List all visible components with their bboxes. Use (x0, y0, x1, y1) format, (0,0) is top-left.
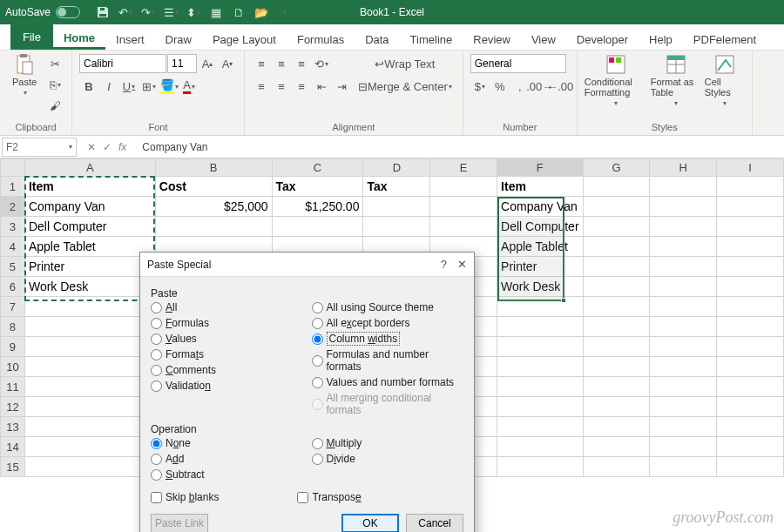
cell-I2[interactable] (717, 197, 784, 217)
cell-C3[interactable] (272, 217, 363, 237)
cell-C2[interactable]: $1,250.00 (272, 197, 363, 217)
cell-E1[interactable] (430, 177, 497, 197)
font-size-select[interactable] (167, 54, 197, 73)
cell-G15[interactable] (583, 457, 650, 477)
cell-F13[interactable] (497, 417, 583, 437)
fill-color-icon[interactable]: 🪣▾ (159, 77, 179, 96)
cell-H13[interactable] (650, 417, 717, 437)
cell-F1[interactable]: Item (497, 177, 583, 197)
cell-G4[interactable] (583, 237, 650, 257)
radio-divide[interactable]: Divide (312, 453, 464, 465)
cell-H6[interactable] (650, 277, 717, 297)
cell-F11[interactable] (497, 377, 583, 397)
cell-G1[interactable] (583, 177, 650, 197)
cell-F3[interactable]: Dell Computer (497, 217, 583, 237)
cell-G9[interactable] (583, 337, 650, 357)
cell-I8[interactable] (717, 317, 784, 337)
cell-H12[interactable] (650, 397, 717, 417)
cell-A4[interactable]: Apple Tablet (24, 237, 155, 257)
cell-B1[interactable]: Cost (155, 177, 272, 197)
cell-G8[interactable] (583, 317, 650, 337)
sort-icon[interactable]: ⬍▾ (183, 2, 204, 23)
formula-input[interactable]: Company Van (137, 141, 784, 153)
column-header-B[interactable]: B (155, 159, 272, 177)
font-name-select[interactable] (79, 54, 166, 73)
row-header-8[interactable]: 8 (1, 317, 25, 337)
row-header-15[interactable]: 15 (1, 457, 25, 477)
cell-A6[interactable]: Work Desk (24, 277, 155, 297)
cell-H3[interactable] (650, 217, 717, 237)
cell-G5[interactable] (583, 257, 650, 277)
radio-values[interactable]: Values (151, 333, 303, 345)
decrease-decimal-icon[interactable]: ←.00 (551, 77, 570, 96)
orientation-icon[interactable]: ⟲▾ (312, 54, 331, 73)
name-box[interactable]: F2▾ (2, 138, 77, 157)
enter-formula-icon[interactable]: ✓ (103, 141, 112, 153)
row-header-11[interactable]: 11 (1, 377, 25, 397)
cell-H14[interactable] (650, 437, 717, 457)
percent-button[interactable]: % (490, 77, 510, 96)
align-center-icon[interactable]: ≡ (272, 77, 291, 96)
help-icon[interactable]: ? (441, 258, 447, 271)
tab-page-layout[interactable]: Page Layout (202, 28, 287, 50)
align-right-icon[interactable]: ≡ (292, 77, 311, 96)
cancel-button[interactable]: Cancel (406, 514, 463, 532)
cell-H5[interactable] (650, 257, 717, 277)
cell-F4[interactable]: Apple Tablet (497, 237, 583, 257)
cell-F15[interactable] (497, 457, 583, 477)
cell-C1[interactable]: Tax (272, 177, 363, 197)
column-header-F[interactable]: F (497, 159, 583, 177)
radio-formats[interactable]: Formats (151, 348, 303, 360)
copy-icon[interactable]: ⎘▾ (45, 75, 64, 94)
cell-G11[interactable] (583, 377, 650, 397)
cell-H7[interactable] (650, 297, 717, 317)
cell-A10[interactable] (24, 357, 155, 377)
select-all-cell[interactable] (1, 159, 25, 177)
conditional-formatting-button[interactable]: Conditional Formatting▾ (585, 54, 647, 107)
cell-I13[interactable] (717, 417, 784, 437)
tab-timeline[interactable]: Timeline (400, 28, 463, 50)
column-header-D[interactable]: D (363, 159, 430, 177)
align-top-icon[interactable]: ≡ (252, 54, 271, 73)
cell-F2[interactable]: Company Van (497, 197, 583, 217)
cell-G3[interactable] (583, 217, 650, 237)
cell-H9[interactable] (650, 337, 717, 357)
autosave-toggle[interactable] (56, 6, 80, 18)
cancel-formula-icon[interactable]: ✕ (87, 141, 96, 153)
row-header-4[interactable]: 4 (1, 237, 25, 257)
open-icon[interactable]: 📂 (251, 2, 272, 23)
radio-all[interactable]: All (151, 301, 303, 313)
tab-formulas[interactable]: Formulas (287, 28, 355, 50)
tab-insert[interactable]: Insert (105, 28, 155, 50)
cell-A7[interactable] (24, 297, 155, 317)
tab-home[interactable]: Home (53, 26, 105, 50)
cell-A3[interactable]: Dell Computer (24, 217, 155, 237)
cell-H1[interactable] (650, 177, 717, 197)
column-header-E[interactable]: E (430, 159, 497, 177)
cell-I4[interactable] (717, 237, 784, 257)
column-header-C[interactable]: C (272, 159, 363, 177)
radio-all-except-borders[interactable]: All except borders (312, 317, 464, 329)
format-as-table-button[interactable]: Format as Table▾ (651, 54, 701, 107)
radio-comments[interactable]: Comments (151, 364, 303, 376)
cell-G13[interactable] (583, 417, 650, 437)
row-header-14[interactable]: 14 (1, 437, 25, 457)
cell-H8[interactable] (650, 317, 717, 337)
wrap-text-button[interactable]: ↩ Wrap Text (355, 54, 456, 73)
align-bottom-icon[interactable]: ≡ (292, 54, 311, 73)
cell-G2[interactable] (583, 197, 650, 217)
cell-E2[interactable] (430, 197, 497, 217)
cell-G7[interactable] (583, 297, 650, 317)
cell-D3[interactable] (363, 217, 430, 237)
cell-I1[interactable] (717, 177, 784, 197)
cell-H15[interactable] (650, 457, 717, 477)
tab-review[interactable]: Review (463, 28, 521, 50)
radio-formulas-and-number-formats[interactable]: Formulas and number formats (312, 348, 464, 373)
row-header-3[interactable]: 3 (1, 217, 25, 237)
font-color-icon[interactable]: A▾ (179, 77, 199, 96)
transpose-checkbox[interactable]: Transpose (297, 491, 361, 503)
skip-blanks-checkbox[interactable]: Skip blanks (151, 491, 219, 503)
tab-view[interactable]: View (521, 28, 566, 50)
cell-G10[interactable] (583, 357, 650, 377)
radio-add[interactable]: Add (151, 453, 303, 465)
